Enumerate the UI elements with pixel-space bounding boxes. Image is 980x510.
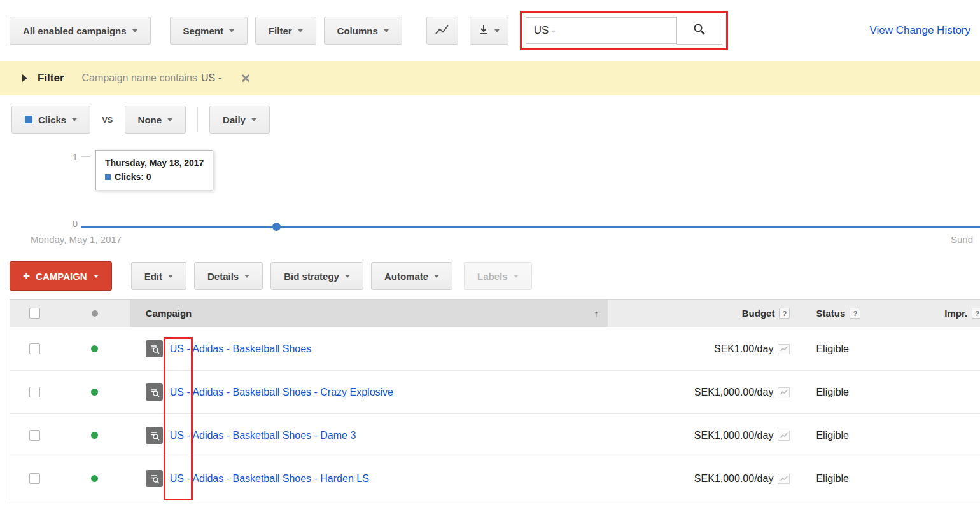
x-axis-label-end: Sund: [951, 234, 973, 245]
columns-dropdown[interactable]: Columns: [324, 17, 402, 45]
tooltip-metric-label: Clicks:: [115, 172, 144, 182]
chevron-down-icon: [434, 275, 439, 278]
interval-label: Daily: [223, 114, 246, 125]
metric-color-swatch: [25, 116, 32, 123]
hovered-data-point[interactable]: [272, 223, 281, 231]
segment-dropdown[interactable]: Segment: [170, 17, 248, 45]
sort-ascending-icon: ↑: [594, 308, 599, 319]
campaign-name-link[interactable]: US - Adidas - Basketball Shoes - Dame 3: [170, 430, 356, 441]
help-icon[interactable]: ?: [850, 308, 860, 319]
campaign-header-label: Campaign: [146, 308, 192, 319]
tooltip-metric-value: 0: [146, 172, 151, 182]
new-campaign-label: CAMPAIGN: [36, 271, 87, 282]
budget-value: SEK1,000.00/day: [694, 473, 774, 485]
help-icon[interactable]: ?: [779, 308, 790, 319]
header-impressions[interactable]: Impr. ?: [895, 300, 980, 327]
chevron-down-icon: [298, 29, 303, 32]
row-checkbox[interactable]: [29, 430, 40, 441]
metric-color-swatch: [105, 174, 111, 180]
compare-metric-dropdown[interactable]: None: [125, 106, 186, 134]
campaign-name-link[interactable]: US - Adidas - Basketball Shoes - Harden …: [170, 473, 369, 485]
clicks-series-line: [81, 226, 980, 228]
header-campaign[interactable]: Campaign ↑: [130, 300, 608, 327]
status-value: Eligible: [816, 473, 849, 485]
vs-label: VS: [102, 115, 113, 125]
budget-chart-icon[interactable]: [778, 474, 790, 484]
chevron-down-icon: [132, 29, 137, 32]
campaign-name-link[interactable]: US - Adidas - Basketball Shoes - Crazy E…: [170, 387, 393, 398]
row-checkbox[interactable]: [29, 473, 40, 484]
chevron-down-icon: [229, 29, 234, 32]
filter-label: Filter: [269, 25, 292, 36]
row-checkbox[interactable]: [29, 343, 40, 354]
chevron-down-icon: [494, 29, 500, 32]
search-icon: [693, 23, 706, 38]
chevron-down-icon: [384, 29, 389, 32]
metric-label: Clicks: [38, 114, 66, 125]
campaign-drilldown-icon[interactable]: [146, 427, 163, 444]
header-checkbox-cell: [10, 300, 60, 327]
campaign-drilldown-icon[interactable]: [146, 383, 163, 401]
header-budget[interactable]: Budget ?: [608, 300, 806, 327]
compare-label: None: [138, 114, 162, 125]
budget-chart-icon[interactable]: [778, 387, 790, 397]
details-label: Details: [207, 271, 239, 282]
chevron-down-icon: [514, 275, 519, 278]
filter-dropdown[interactable]: Filter: [255, 17, 316, 45]
annotation-box-search: [520, 11, 728, 50]
impressions-header-label: Impr.: [944, 308, 967, 319]
chart-controls: Clicks VS None Daily: [0, 95, 980, 144]
bid-strategy-label: Bid strategy: [284, 271, 339, 282]
automate-dropdown[interactable]: Automate: [371, 262, 452, 290]
search-button[interactable]: [676, 17, 722, 45]
help-icon[interactable]: ?: [972, 308, 980, 319]
search-input[interactable]: [526, 17, 677, 44]
chevron-down-icon: [72, 118, 77, 121]
budget-value: SEK1.00/day: [714, 343, 773, 355]
budget-chart-icon[interactable]: [778, 431, 790, 441]
segment-label: Segment: [183, 25, 223, 36]
table-row: US - Adidas - Basketball Shoes - Crazy E…: [10, 371, 980, 414]
filter-condition: Campaign name contains: [82, 72, 197, 84]
campaign-selector-dropdown[interactable]: All enabled campaigns: [10, 17, 151, 45]
header-status-dot-cell: [60, 300, 130, 327]
status-dot: [91, 432, 98, 439]
top-toolbar: All enabled campaigns Segment Filter Col…: [0, 0, 980, 61]
row-checkbox[interactable]: [29, 387, 40, 397]
chart-tooltip: Thursday, May 18, 2017 Clicks: 0: [95, 150, 213, 190]
chevron-down-icon: [345, 275, 350, 278]
y-axis-label-max: 1: [62, 151, 78, 162]
edit-dropdown[interactable]: Edit: [131, 262, 186, 290]
chart-toggle-button[interactable]: [426, 17, 458, 45]
budget-header-label: Budget: [742, 308, 775, 319]
chevron-down-icon: [94, 275, 99, 278]
campaign-drilldown-icon[interactable]: [146, 470, 163, 487]
details-dropdown[interactable]: Details: [194, 262, 263, 290]
download-icon: [479, 25, 489, 37]
metric-dropdown[interactable]: Clicks: [11, 106, 90, 134]
campaign-name-link[interactable]: US - Adidas - Basketball Shoes: [170, 343, 311, 355]
chevron-down-icon: [244, 275, 249, 278]
table-header-row: Campaign ↑ Budget ? Status ? Impr. ?: [10, 300, 980, 327]
expand-triangle-icon[interactable]: [22, 74, 27, 82]
select-all-checkbox[interactable]: [29, 308, 40, 319]
download-dropdown[interactable]: [470, 17, 508, 45]
columns-label: Columns: [337, 25, 378, 36]
timeseries-chart: 1 0 Thursday, May 18, 2017 Clicks: 0 Mon…: [0, 144, 980, 253]
filter-close-icon[interactable]: ✕: [241, 71, 251, 86]
chevron-down-icon: [167, 118, 172, 121]
budget-value: SEK1,000.00/day: [694, 430, 774, 441]
edit-label: Edit: [144, 271, 162, 282]
table-row: US - Adidas - Basketball Shoes SEK1.00/d…: [10, 327, 980, 371]
new-campaign-button[interactable]: + CAMPAIGN: [10, 261, 112, 291]
chevron-down-icon: [251, 118, 256, 121]
bid-strategy-dropdown[interactable]: Bid strategy: [270, 262, 363, 290]
table-row: US - Adidas - Basketball Shoes - Dame 3 …: [10, 414, 980, 457]
campaign-drilldown-icon[interactable]: [146, 340, 163, 357]
budget-chart-icon[interactable]: [778, 344, 790, 354]
status-dot-column-icon: [92, 310, 98, 317]
view-change-history-link[interactable]: View Change History: [870, 24, 970, 37]
interval-dropdown[interactable]: Daily: [209, 106, 270, 134]
tooltip-metric-row: Clicks: 0: [105, 170, 204, 184]
header-status[interactable]: Status ?: [806, 300, 895, 327]
